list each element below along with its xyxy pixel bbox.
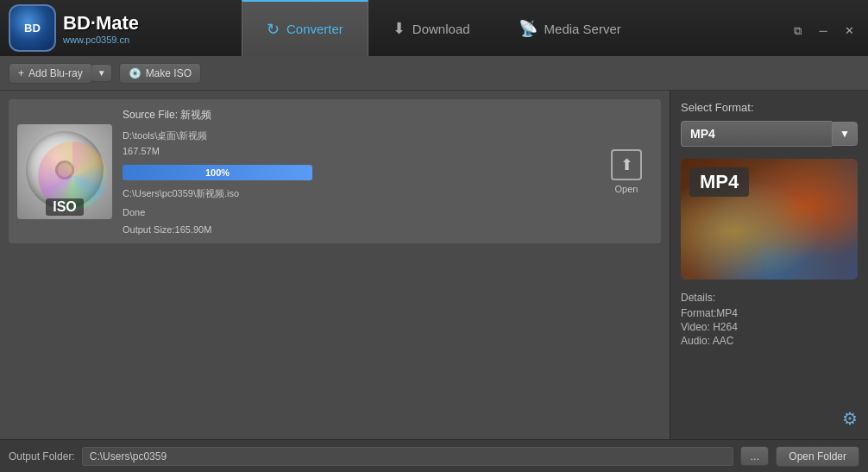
format-preview: MP4 bbox=[681, 159, 858, 280]
settings-icon[interactable]: ⚙ bbox=[842, 408, 858, 429]
details-video: Video: H264 bbox=[681, 321, 858, 333]
progress-label: 100% bbox=[205, 167, 230, 178]
tab-converter-label: Converter bbox=[286, 22, 343, 36]
tab-media-server[interactable]: 📡 Media Server bbox=[494, 0, 645, 56]
tab-bar: ↻ Converter ⬇ Download 📡 Media Server bbox=[242, 0, 785, 56]
output-folder-label: Output Folder: bbox=[9, 450, 75, 463]
add-bluray-label: Add Blu-ray bbox=[28, 67, 83, 79]
toolbar: + Add Blu-ray ▼ 💿 Make ISO bbox=[0, 56, 868, 91]
details-format: Format:MP4 bbox=[681, 307, 858, 319]
tab-converter[interactable]: ↻ Converter bbox=[242, 0, 368, 56]
file-list-panel: ISO Source File: 新视频 D:\tools\桌面\新视频 167… bbox=[0, 91, 670, 439]
close-button[interactable]: ✕ bbox=[837, 22, 861, 41]
app-subtitle: www.pc0359.cn bbox=[63, 35, 139, 45]
tab-download-label: Download bbox=[412, 22, 470, 36]
file-item: ISO Source File: 新视频 D:\tools\桌面\新视频 167… bbox=[9, 99, 661, 243]
format-select-row: MP4 ▼ bbox=[681, 121, 858, 147]
restore-button[interactable]: ⧉ bbox=[785, 22, 809, 41]
output-status: Done bbox=[123, 207, 590, 217]
details-section: Details: Format:MP4 Video: H264 Audio: A… bbox=[681, 292, 858, 400]
add-bluray-dropdown-button[interactable]: ▼ bbox=[91, 64, 112, 82]
tab-download[interactable]: ⬇ Download bbox=[368, 0, 494, 56]
app-title: BD·Mate bbox=[63, 12, 139, 35]
progress-container: 100% bbox=[123, 165, 590, 180]
mp4-badge: MP4 bbox=[689, 167, 749, 197]
format-dropdown-arrow[interactable]: ▼ bbox=[832, 122, 858, 146]
bottom-bar: Output Folder: C:\Users\pc0359 ... Open … bbox=[0, 439, 868, 472]
title-bar: BD BD·Mate www.pc0359.cn ↻ Converter ⬇ D… bbox=[0, 0, 868, 56]
input-size: 167.57M bbox=[123, 146, 590, 156]
media-server-icon: 📡 bbox=[519, 19, 538, 38]
logo-area: BD BD·Mate www.pc0359.cn bbox=[0, 4, 242, 52]
browse-button[interactable]: ... bbox=[740, 446, 769, 466]
details-audio: Audio: AAC bbox=[681, 335, 858, 347]
progress-bar-fill: 100% bbox=[123, 165, 312, 180]
input-path: D:\tools\桌面\新视频 bbox=[123, 129, 590, 142]
open-icon: ⬆ bbox=[611, 149, 642, 180]
right-panel: Select Format: MP4 ▼ MP4 Details: Format… bbox=[670, 91, 868, 439]
open-label: Open bbox=[615, 184, 638, 194]
tab-media-server-label: Media Server bbox=[544, 22, 621, 36]
gear-row: ⚙ bbox=[681, 400, 858, 429]
iso-label: ISO bbox=[46, 198, 84, 216]
open-folder-button[interactable]: Open Folder bbox=[776, 446, 859, 467]
progress-bar-bg: 100% bbox=[123, 165, 312, 180]
make-iso-label: Make ISO bbox=[146, 67, 192, 79]
select-format-label: Select Format: bbox=[681, 101, 858, 114]
disc-graphic bbox=[26, 131, 104, 209]
format-select-value[interactable]: MP4 bbox=[681, 121, 832, 147]
add-bluray-button[interactable]: + Add Blu-ray bbox=[9, 63, 92, 84]
app-logo-icon: BD bbox=[9, 4, 56, 52]
details-title: Details: bbox=[681, 292, 858, 304]
window-controls: ⧉ ─ ✕ bbox=[785, 16, 868, 41]
add-icon: + bbox=[18, 67, 24, 79]
logo-text: BD·Mate www.pc0359.cn bbox=[63, 12, 139, 45]
main-content: ISO Source File: 新视频 D:\tools\桌面\新视频 167… bbox=[0, 91, 868, 439]
disc-icon: 💿 bbox=[129, 67, 142, 79]
output-size: Output Size:165.90M bbox=[123, 224, 590, 235]
file-info: Source File: 新视频 D:\tools\桌面\新视频 167.57M… bbox=[123, 108, 590, 235]
make-iso-button[interactable]: 💿 Make ISO bbox=[119, 63, 201, 84]
download-icon: ⬇ bbox=[393, 19, 406, 38]
source-file-label: Source File: 新视频 bbox=[123, 108, 590, 123]
output-folder-path: C:\Users\pc0359 bbox=[82, 447, 734, 466]
file-thumbnail: ISO bbox=[17, 124, 112, 219]
converter-icon: ↻ bbox=[267, 20, 280, 39]
open-button[interactable]: ⬆ Open bbox=[601, 149, 652, 194]
output-path: C:\Users\pc0359\新视频.iso bbox=[123, 187, 590, 200]
minimize-button[interactable]: ─ bbox=[811, 22, 835, 41]
